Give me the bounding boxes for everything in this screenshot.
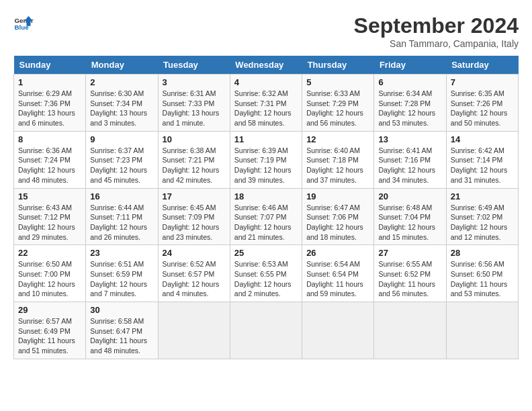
day-detail: Sunrise: 6:46 AM Sunset: 7:07 PM Dayligh… (234, 203, 298, 242)
day-number: 19 (306, 191, 369, 201)
calendar-cell: 4Sunrise: 6:32 AM Sunset: 7:31 PM Daylig… (230, 75, 302, 132)
calendar-cell: 30Sunrise: 6:58 AM Sunset: 6:47 PM Dayli… (86, 302, 158, 359)
day-number: 3 (163, 77, 226, 87)
day-number: 7 (451, 77, 514, 87)
day-detail: Sunrise: 6:58 AM Sunset: 6:47 PM Dayligh… (90, 316, 153, 356)
day-detail: Sunrise: 6:35 AM Sunset: 7:26 PM Dayligh… (451, 89, 514, 128)
day-number: 15 (18, 191, 81, 201)
calendar-cell: 21Sunrise: 6:49 AM Sunset: 7:02 PM Dayli… (446, 188, 518, 245)
day-number: 1 (18, 77, 81, 87)
day-number: 13 (378, 134, 441, 144)
day-number: 5 (306, 77, 369, 87)
day-number: 29 (18, 305, 81, 315)
calendar-cell: 23Sunrise: 6:51 AM Sunset: 6:59 PM Dayli… (86, 245, 158, 302)
month-title: September 2024 (354, 13, 519, 38)
calendar-cell: 12Sunrise: 6:40 AM Sunset: 7:18 PM Dayli… (302, 131, 374, 188)
calendar-cell (302, 302, 374, 359)
day-number: 4 (234, 77, 298, 87)
calendar-cell: 3Sunrise: 6:31 AM Sunset: 7:33 PM Daylig… (158, 75, 230, 132)
calendar-cell: 27Sunrise: 6:55 AM Sunset: 6:52 PM Dayli… (374, 245, 446, 302)
day-detail: Sunrise: 6:42 AM Sunset: 7:14 PM Dayligh… (451, 146, 514, 185)
location: San Tammaro, Campania, Italy (354, 38, 519, 49)
calendar-cell: 22Sunrise: 6:50 AM Sunset: 7:00 PM Dayli… (14, 245, 86, 302)
day-detail: Sunrise: 6:29 AM Sunset: 7:36 PM Dayligh… (18, 89, 81, 128)
calendar-cell: 18Sunrise: 6:46 AM Sunset: 7:07 PM Dayli… (230, 188, 302, 245)
day-detail: Sunrise: 6:43 AM Sunset: 7:12 PM Dayligh… (18, 203, 81, 242)
day-number: 14 (451, 134, 514, 144)
logo-icon: General Blue (13, 13, 34, 34)
day-detail: Sunrise: 6:30 AM Sunset: 7:34 PM Dayligh… (90, 89, 153, 128)
calendar-cell: 2Sunrise: 6:30 AM Sunset: 7:34 PM Daylig… (86, 75, 158, 132)
calendar-week-row: 15Sunrise: 6:43 AM Sunset: 7:12 PM Dayli… (14, 188, 519, 245)
day-detail: Sunrise: 6:31 AM Sunset: 7:33 PM Dayligh… (163, 89, 226, 128)
day-number: 24 (163, 248, 226, 258)
day-detail: Sunrise: 6:50 AM Sunset: 7:00 PM Dayligh… (18, 259, 81, 299)
calendar-table: SundayMondayTuesdayWednesdayThursdayFrid… (13, 56, 519, 359)
calendar-week-row: 22Sunrise: 6:50 AM Sunset: 7:00 PM Dayli… (14, 245, 519, 302)
day-detail: Sunrise: 6:39 AM Sunset: 7:19 PM Dayligh… (234, 146, 298, 185)
day-number: 26 (306, 248, 369, 258)
day-detail: Sunrise: 6:55 AM Sunset: 6:52 PM Dayligh… (378, 259, 441, 299)
day-detail: Sunrise: 6:57 AM Sunset: 6:49 PM Dayligh… (18, 316, 81, 356)
day-number: 2 (90, 77, 153, 87)
day-number: 17 (163, 191, 226, 201)
day-detail: Sunrise: 6:40 AM Sunset: 7:18 PM Dayligh… (306, 146, 369, 185)
calendar-cell (230, 302, 302, 359)
day-number: 11 (234, 134, 298, 144)
calendar-body: 1Sunrise: 6:29 AM Sunset: 7:36 PM Daylig… (14, 75, 519, 359)
day-detail: Sunrise: 6:49 AM Sunset: 7:02 PM Dayligh… (451, 203, 514, 242)
calendar-cell: 25Sunrise: 6:53 AM Sunset: 6:55 PM Dayli… (230, 245, 302, 302)
title-block: September 2024 San Tammaro, Campania, It… (354, 13, 519, 49)
calendar-week-row: 29Sunrise: 6:57 AM Sunset: 6:49 PM Dayli… (14, 302, 519, 359)
calendar-cell: 28Sunrise: 6:56 AM Sunset: 6:50 PM Dayli… (446, 245, 518, 302)
weekday-header-friday: Friday (374, 56, 446, 75)
day-number: 28 (451, 248, 514, 258)
day-number: 16 (90, 191, 153, 201)
weekday-header-tuesday: Tuesday (158, 56, 230, 75)
day-number: 21 (451, 191, 514, 201)
logo: General Blue (13, 13, 34, 34)
calendar-cell: 16Sunrise: 6:44 AM Sunset: 7:11 PM Dayli… (86, 188, 158, 245)
calendar-cell: 10Sunrise: 6:38 AM Sunset: 7:21 PM Dayli… (158, 131, 230, 188)
day-number: 8 (18, 134, 81, 144)
calendar-cell: 7Sunrise: 6:35 AM Sunset: 7:26 PM Daylig… (446, 75, 518, 132)
calendar-cell: 26Sunrise: 6:54 AM Sunset: 6:54 PM Dayli… (302, 245, 374, 302)
day-number: 6 (378, 77, 441, 87)
day-number: 23 (90, 248, 153, 258)
day-detail: Sunrise: 6:33 AM Sunset: 7:29 PM Dayligh… (306, 89, 369, 128)
calendar-cell: 1Sunrise: 6:29 AM Sunset: 7:36 PM Daylig… (14, 75, 86, 132)
day-detail: Sunrise: 6:52 AM Sunset: 6:57 PM Dayligh… (163, 259, 226, 299)
calendar-cell: 19Sunrise: 6:47 AM Sunset: 7:06 PM Dayli… (302, 188, 374, 245)
weekday-header-sunday: Sunday (14, 56, 86, 75)
calendar-cell: 20Sunrise: 6:48 AM Sunset: 7:04 PM Dayli… (374, 188, 446, 245)
day-number: 20 (378, 191, 441, 201)
calendar-cell: 8Sunrise: 6:36 AM Sunset: 7:24 PM Daylig… (14, 131, 86, 188)
calendar-cell: 15Sunrise: 6:43 AM Sunset: 7:12 PM Dayli… (14, 188, 86, 245)
day-detail: Sunrise: 6:51 AM Sunset: 6:59 PM Dayligh… (90, 259, 153, 299)
calendar-week-row: 1Sunrise: 6:29 AM Sunset: 7:36 PM Daylig… (14, 75, 519, 132)
weekday-header-thursday: Thursday (302, 56, 374, 75)
day-detail: Sunrise: 6:44 AM Sunset: 7:11 PM Dayligh… (90, 203, 153, 242)
day-detail: Sunrise: 6:38 AM Sunset: 7:21 PM Dayligh… (163, 146, 226, 185)
calendar-week-row: 8Sunrise: 6:36 AM Sunset: 7:24 PM Daylig… (14, 131, 519, 188)
day-detail: Sunrise: 6:53 AM Sunset: 6:55 PM Dayligh… (234, 259, 298, 299)
calendar-cell: 13Sunrise: 6:41 AM Sunset: 7:16 PM Dayli… (374, 131, 446, 188)
calendar-cell: 9Sunrise: 6:37 AM Sunset: 7:23 PM Daylig… (86, 131, 158, 188)
page-header: General Blue September 2024 San Tammaro,… (13, 13, 519, 49)
weekday-header-row: SundayMondayTuesdayWednesdayThursdayFrid… (14, 56, 519, 75)
calendar-cell (374, 302, 446, 359)
calendar-cell: 29Sunrise: 6:57 AM Sunset: 6:49 PM Dayli… (14, 302, 86, 359)
day-detail: Sunrise: 6:45 AM Sunset: 7:09 PM Dayligh… (163, 203, 226, 242)
calendar-cell: 6Sunrise: 6:34 AM Sunset: 7:28 PM Daylig… (374, 75, 446, 132)
day-detail: Sunrise: 6:47 AM Sunset: 7:06 PM Dayligh… (306, 203, 369, 242)
calendar-cell: 11Sunrise: 6:39 AM Sunset: 7:19 PM Dayli… (230, 131, 302, 188)
day-number: 18 (234, 191, 298, 201)
calendar-cell: 14Sunrise: 6:42 AM Sunset: 7:14 PM Dayli… (446, 131, 518, 188)
day-number: 9 (90, 134, 153, 144)
calendar-cell (446, 302, 518, 359)
day-detail: Sunrise: 6:48 AM Sunset: 7:04 PM Dayligh… (378, 203, 441, 242)
weekday-header-saturday: Saturday (446, 56, 518, 75)
calendar-cell: 24Sunrise: 6:52 AM Sunset: 6:57 PM Dayli… (158, 245, 230, 302)
day-detail: Sunrise: 6:37 AM Sunset: 7:23 PM Dayligh… (90, 146, 153, 185)
day-detail: Sunrise: 6:41 AM Sunset: 7:16 PM Dayligh… (378, 146, 441, 185)
